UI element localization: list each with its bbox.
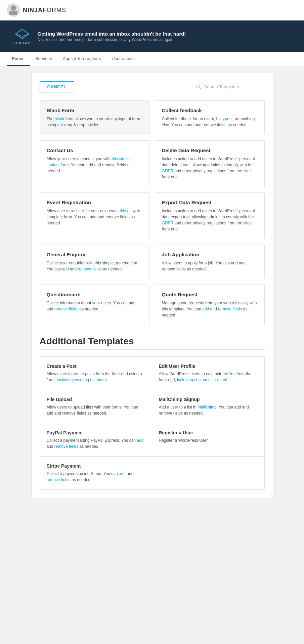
templates-container: CANCEL Blank Form The blank form allows … xyxy=(31,73,273,498)
additional-card-desc: Allow users to upload files with their f… xyxy=(47,404,145,416)
template-card-questionnaire[interactable]: Questionnaire Collect information about … xyxy=(40,285,149,325)
template-desc: Includes action to add users to WordPres… xyxy=(162,156,258,180)
ninja-forms-logo-icon xyxy=(7,3,20,17)
template-title: Job Application xyxy=(162,252,258,257)
logo: NINJAFORMS xyxy=(7,3,66,17)
sendwp-logo: SENDWP xyxy=(13,28,31,45)
additional-card-title: PayPal Payment xyxy=(47,430,145,435)
template-card-job-application[interactable]: Job Application Allow users to apply for… xyxy=(155,245,265,279)
sendwp-logo-icon xyxy=(14,28,30,41)
template-desc: Collect user enquiries with this simple,… xyxy=(47,260,142,272)
nav-item-apps[interactable]: Apps & Integrations xyxy=(57,52,106,66)
template-desc: Allow user to register for your next eve… xyxy=(47,208,142,226)
template-card-delete-data-request[interactable]: Delete Data Request Includes action to a… xyxy=(155,140,265,187)
logo-text: NINJAFORMS xyxy=(23,7,66,14)
template-desc: Includes action to add users to WordPres… xyxy=(162,208,258,232)
nav-item-services[interactable]: Services xyxy=(30,52,57,66)
additional-card-register-a-user[interactable]: Register a User Register a WordPress Use… xyxy=(152,423,264,457)
template-desc: Collect feedback for an event, blog post… xyxy=(162,116,258,128)
template-grid: Blank Form The blank form allows you to … xyxy=(40,100,265,325)
banner-content: Getting WordPress email into an inbox sh… xyxy=(38,31,291,42)
additional-card-desc: Register a WordPress User xyxy=(159,437,258,443)
template-card-blank-form[interactable]: Blank Form The blank form allows you to … xyxy=(40,100,149,135)
template-title: Event Registration xyxy=(47,200,142,205)
cancel-button[interactable]: CANCEL xyxy=(40,81,74,92)
template-desc: Allow users to apply for a job. You can … xyxy=(162,260,258,272)
sendwp-label: SENDWP xyxy=(13,41,31,45)
template-title: Blank Form xyxy=(47,108,142,113)
additional-card-title: Stripe Payment xyxy=(47,463,145,469)
additional-card-file-upload[interactable]: File Upload Allow users to upload files … xyxy=(40,390,152,423)
additional-card-desc: Collect a payment using PayPal Express. … xyxy=(47,437,145,449)
template-desc: Manage quote requests from your website … xyxy=(162,300,258,318)
additional-card-desc: Allow users to create posts from the fro… xyxy=(47,371,145,383)
additional-templates-title: Additional Templates xyxy=(40,336,265,347)
template-title: Quote Request xyxy=(162,292,258,297)
template-card-general-enquiry[interactable]: General Enquiry Collect user enquiries w… xyxy=(40,245,149,279)
additional-card-title: File Upload xyxy=(47,397,145,402)
additional-card-create-a-post[interactable]: Create a Post Allow users to create post… xyxy=(40,357,152,390)
additional-card-empty xyxy=(152,457,264,489)
additional-card-desc: Allow WordPress users to edit their prof… xyxy=(159,371,258,383)
template-desc: The blank form allows you to create any … xyxy=(47,116,142,128)
template-card-contact-us[interactable]: Contact Us Allow your users to contact y… xyxy=(40,140,149,187)
template-card-export-data-request[interactable]: Export Data Request Includes action to a… xyxy=(155,192,265,239)
additional-card-edit-user-profile[interactable]: Edit User Profile Allow WordPress users … xyxy=(152,357,264,390)
main-nav: Forms Services Apps & Integrations User … xyxy=(0,52,304,66)
main-content: CANCEL Blank Form The blank form allows … xyxy=(25,66,280,505)
nav-item-user-access[interactable]: User access xyxy=(106,52,141,66)
template-title: Collect feedback xyxy=(162,108,258,113)
search-box xyxy=(196,84,265,90)
template-title: Questionnaire xyxy=(47,292,142,297)
banner-title: Getting WordPress email into an inbox sh… xyxy=(38,31,291,37)
additional-card-title: Edit User Profile xyxy=(159,363,258,369)
template-card-quote-request[interactable]: Quote Request Manage quote requests from… xyxy=(155,285,265,325)
additional-card-desc: Collect a payment using Stripe. You can … xyxy=(47,471,145,483)
template-title: Contact Us xyxy=(47,147,142,153)
svg-rect-2 xyxy=(9,11,17,15)
toolbar: CANCEL xyxy=(40,81,265,92)
svg-line-6 xyxy=(200,88,201,89)
template-title: Export Data Request xyxy=(162,200,258,205)
additional-card-title: Create a Post xyxy=(47,363,145,369)
search-icon xyxy=(196,84,202,90)
template-title: Delete Data Request xyxy=(162,147,258,153)
additional-templates-grid: Create a Post Allow users to create post… xyxy=(40,356,265,490)
template-card-event-registration[interactable]: Event Registration Allow user to registe… xyxy=(40,192,149,239)
additional-divider xyxy=(40,349,265,350)
template-card-collect-feedback[interactable]: Collect feedback Collect feedback for an… xyxy=(155,100,265,135)
banner: SENDWP Getting WordPress email into an i… xyxy=(0,20,304,52)
additional-card-desc: Add a user to a list in MailChimp. You c… xyxy=(159,404,258,416)
header: NINJAFORMS xyxy=(0,0,304,20)
banner-subtitle: Never miss another receipt, form submiss… xyxy=(38,37,291,42)
template-desc: Collect information about your users. Yo… xyxy=(47,300,142,312)
template-desc: Allow your users to contact you with thi… xyxy=(47,156,142,174)
additional-card-title: Register a User xyxy=(159,430,258,435)
search-input[interactable] xyxy=(204,84,265,89)
additional-templates-section: Additional Templates Create a Post Allow… xyxy=(40,336,265,490)
additional-card-title: MailChimp Signup xyxy=(159,397,258,402)
template-title: General Enquiry xyxy=(47,252,142,257)
additional-card-paypal-payment[interactable]: PayPal Payment Collect a payment using P… xyxy=(40,423,152,457)
additional-card-mailchimp-signup[interactable]: MailChimp Signup Add a user to a list in… xyxy=(152,390,264,423)
svg-point-1 xyxy=(11,5,16,11)
nav-item-forms[interactable]: Forms xyxy=(7,52,30,66)
additional-card-stripe-payment[interactable]: Stripe Payment Collect a payment using S… xyxy=(40,457,152,489)
